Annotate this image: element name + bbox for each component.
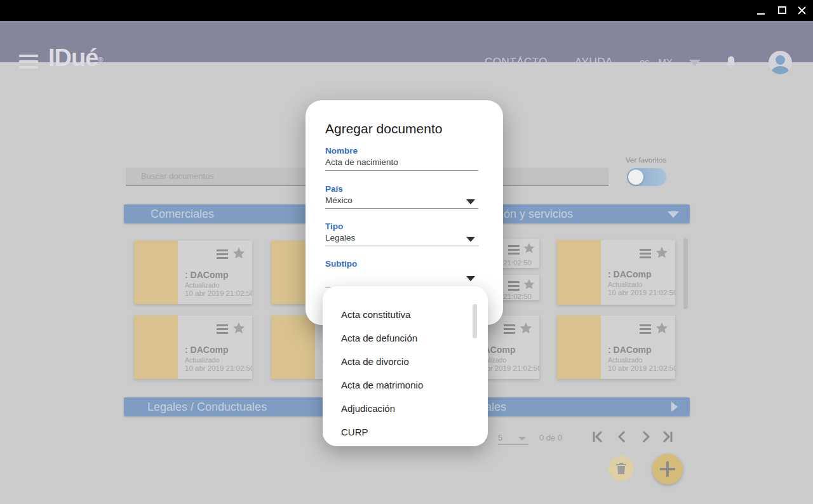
pais-select[interactable]: México	[325, 196, 478, 206]
card-updated-date: 10 abr 2019 21:02:50	[185, 289, 252, 297]
add-document-fab[interactable]	[652, 454, 683, 484]
select-caret-icon[interactable]	[466, 237, 475, 242]
card-menu-icon[interactable]	[640, 324, 651, 334]
field-label: Subtipo	[325, 259, 478, 269]
document-thumbnail	[271, 315, 315, 379]
minimize-button[interactable]	[752, 0, 771, 21]
page-size-caret-icon	[518, 437, 526, 441]
favorites-label: Ver favoritos	[626, 156, 666, 164]
select-caret-icon[interactable]	[466, 199, 475, 204]
card-title: : DAComp	[185, 270, 228, 280]
favorite-star-icon[interactable]	[655, 321, 669, 338]
card-menu-icon[interactable]	[504, 324, 515, 334]
previous-page-button[interactable]	[614, 428, 630, 445]
card-status: Actualizado	[185, 356, 219, 364]
subtype-option[interactable]: Adjudicación	[323, 397, 488, 420]
field-subtipo: Subtipo	[325, 259, 478, 288]
subtype-option[interactable]: Acta de matrimonio	[323, 373, 488, 397]
tipo-select[interactable]: Legales	[325, 233, 478, 244]
document-card[interactable]: : DAComp Actualizado 10 abr 2019 21:02:5…	[557, 315, 675, 379]
select-caret-icon[interactable]	[466, 276, 475, 281]
subtype-option[interactable]: Acta de divorcio	[323, 350, 488, 373]
document-thumbnail	[134, 241, 178, 304]
subtype-option[interactable]: Acta de defunción	[323, 326, 488, 350]
os-titlebar	[0, 0, 813, 21]
field-pais: País México	[325, 184, 478, 209]
subtype-option[interactable]: Acta constitutiva	[323, 303, 488, 326]
app-header: IDué® DILIGENCE AUTHENTICATION CONTÁCTO …	[0, 21, 813, 62]
expand-caret-icon[interactable]	[671, 402, 678, 412]
subtipo-select[interactable]	[325, 270, 478, 286]
user-avatar[interactable]	[769, 51, 792, 74]
card-menu-icon[interactable]	[508, 281, 520, 291]
modal-title: Agregar documento	[325, 121, 442, 136]
toggle-knob	[628, 169, 643, 185]
card-updated-date: 10 abr 2019 21:02:50	[608, 289, 675, 296]
delete-fab[interactable]	[608, 456, 634, 481]
first-page-icon	[589, 428, 606, 445]
close-icon	[797, 6, 807, 15]
section-title: ales	[485, 397, 506, 416]
favorite-star-icon[interactable]	[519, 321, 533, 338]
card-updated-date: 10 abr 2019 21:02:50	[185, 364, 252, 372]
favorite-star-icon[interactable]	[232, 246, 246, 263]
maximize-icon	[778, 6, 786, 14]
favorite-star-icon[interactable]	[232, 321, 246, 338]
next-page-button[interactable]	[638, 428, 654, 445]
favorite-star-icon[interactable]	[523, 278, 535, 293]
card-menu-icon[interactable]	[640, 249, 651, 258]
chevron-right-icon	[638, 428, 654, 445]
logo-text: IDué	[48, 44, 98, 71]
nombre-input[interactable]: Acta de nacimiento	[325, 157, 478, 168]
chevron-left-icon	[614, 428, 630, 445]
language-caret-icon[interactable]	[689, 60, 701, 66]
last-page-icon	[659, 428, 676, 445]
card-menu-icon[interactable]	[217, 324, 228, 334]
document-thumbnail	[557, 240, 601, 305]
section-title: ón y servicios	[504, 204, 573, 223]
notifications-bell-icon[interactable]	[725, 55, 737, 72]
card-status: Actualizado	[608, 356, 642, 364]
nav-contact[interactable]: CONTÁCTO	[485, 56, 548, 69]
document-card[interactable]: : DAComp Actualizado 10 abr 2019 21:02:5…	[557, 240, 675, 305]
last-page-button[interactable]	[659, 428, 676, 445]
app-window: IDué® DILIGENCE AUTHENTICATION CONTÁCTO …	[0, 0, 813, 504]
menu-icon[interactable]	[19, 55, 38, 69]
field-label: País	[325, 184, 478, 194]
section-scrollbar[interactable]	[683, 238, 688, 309]
page-range-label: 0 de 0	[539, 433, 562, 442]
field-label: Nombre	[325, 146, 478, 156]
maximize-button[interactable]	[773, 0, 792, 21]
first-page-button[interactable]	[589, 428, 606, 445]
section-title: Comerciales	[151, 204, 214, 223]
card-status: Actualizado	[185, 281, 219, 289]
card-title: : DAComp	[185, 345, 228, 355]
field-label: Tipo	[325, 222, 478, 231]
close-button[interactable]	[793, 0, 812, 21]
subtype-dropdown-panel: Acta constitutivaActa de defunciónActa d…	[323, 286, 488, 446]
page-size-select[interactable]: 5	[498, 433, 528, 445]
minimize-icon	[757, 13, 765, 15]
favorite-star-icon[interactable]	[655, 246, 669, 262]
trash-icon	[615, 462, 627, 475]
card-menu-icon[interactable]	[508, 245, 520, 255]
document-thumbnail	[134, 315, 178, 379]
avatar-head	[776, 55, 785, 65]
card-status: Actualizado	[608, 281, 642, 288]
field-nombre: Nombre Acta de nacimiento	[325, 146, 478, 171]
card-menu-icon[interactable]	[217, 249, 228, 259]
registered-mark: ®	[98, 56, 103, 63]
favorites-toggle[interactable]	[627, 168, 666, 186]
document-thumbnail	[557, 315, 601, 379]
document-card[interactable]: : DAComp Actualizado 10 abr 2019 21:02:5…	[134, 241, 252, 304]
app-logo: IDué® DILIGENCE AUTHENTICATION	[48, 45, 129, 76]
dropdown-scrollbar[interactable]	[473, 304, 477, 338]
page-size-value: 5	[498, 433, 502, 442]
collapse-caret-icon[interactable]	[668, 211, 679, 218]
favorite-star-icon[interactable]	[523, 242, 535, 257]
subtype-option[interactable]: CURP	[323, 420, 488, 444]
language-selector[interactable]: es - MX	[640, 56, 673, 67]
nav-help[interactable]: AYUDA	[575, 56, 613, 69]
document-card[interactable]: : DAComp Actualizado 10 abr 2019 21:02:5…	[134, 315, 252, 379]
field-tipo: Tipo Legales	[325, 222, 478, 246]
